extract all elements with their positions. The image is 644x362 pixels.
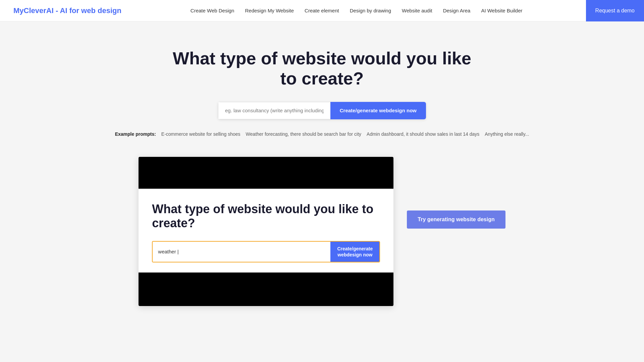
nav-create-element[interactable]: Create element <box>305 8 339 13</box>
nav-create-web-design[interactable]: Create Web Design <box>191 8 234 13</box>
header: MyCleverAI - AI for web design Create We… <box>0 0 644 21</box>
video-top-bar <box>139 157 393 189</box>
nav-design-by-drawing[interactable]: Design by drawing <box>350 8 391 13</box>
video-section: What type of website would you like to c… <box>0 157 644 326</box>
side-panel: Try generating website design <box>407 157 505 229</box>
nav-redesign-my-website[interactable]: Redesign My Website <box>245 8 294 13</box>
hero-search-bar: Create/generate webdesign now <box>218 102 426 119</box>
hero-search-input[interactable] <box>218 102 330 119</box>
request-demo-button[interactable]: Request a demo <box>586 0 644 21</box>
nav-design-area[interactable]: Design Area <box>443 8 471 13</box>
video-content: What type of website would you like to c… <box>139 189 393 273</box>
prompt-item-1[interactable]: Weather forecasting, there should be sea… <box>246 131 361 137</box>
nav-ai-website-builder[interactable]: AI Website Builder <box>481 8 522 13</box>
hero-create-button[interactable]: Create/generate webdesign now <box>330 102 426 119</box>
hero-section: What type of website would you like to c… <box>0 21 644 157</box>
video-search-bar: Create/generate webdesign now <box>152 241 380 262</box>
video-create-button[interactable]: Create/generate webdesign now <box>330 242 379 262</box>
prompt-item-3[interactable]: Anything else really... <box>485 131 529 137</box>
example-prompts-label: Example prompts: <box>115 131 156 137</box>
brand-logo[interactable]: MyCleverAI - AI for web design <box>13 6 121 15</box>
hero-heading: What type of website would you like to c… <box>171 48 473 88</box>
try-generating-button[interactable]: Try generating website design <box>407 210 505 229</box>
nav-website-audit[interactable]: Website audit <box>402 8 432 13</box>
video-heading: What type of website would you like to c… <box>152 202 380 230</box>
prompt-item-0[interactable]: E-commerce website for selling shoes <box>161 131 240 137</box>
video-bottom-bar <box>139 273 393 306</box>
video-container: What type of website would you like to c… <box>139 157 393 306</box>
prompt-item-2[interactable]: Admin dashboard, it should show sales in… <box>367 131 479 137</box>
main-nav: Create Web Design Redesign My Website Cr… <box>191 8 523 13</box>
example-prompts: Example prompts: E-commerce website for … <box>115 131 529 137</box>
video-search-input[interactable] <box>153 242 330 262</box>
